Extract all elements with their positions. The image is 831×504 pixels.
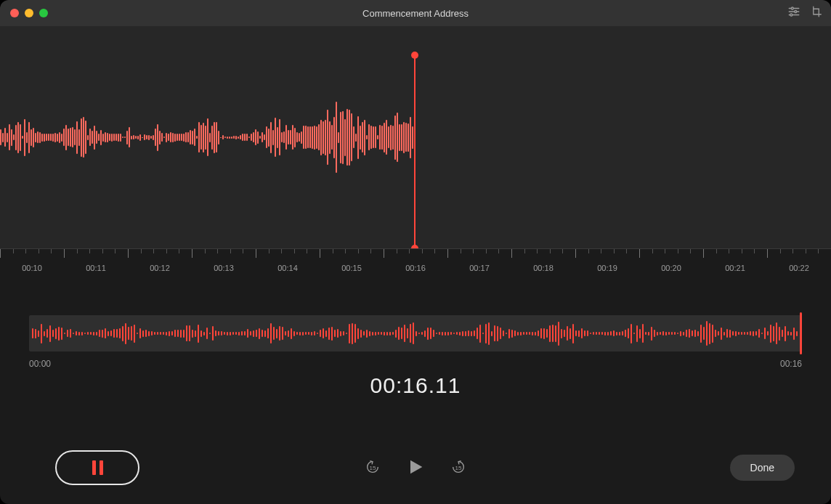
ruler-tick-label: 00:18 xyxy=(533,264,554,272)
overview-panel[interactable]: 00:00 00:16 xyxy=(29,315,802,351)
ruler-tick-label: 00:15 xyxy=(341,264,362,272)
ruler-tick-label: 00:11 xyxy=(86,264,106,272)
ruler-tick-label: 00:12 xyxy=(150,264,170,272)
pause-icon xyxy=(92,460,103,475)
ruler-tick-label: 00:14 xyxy=(277,264,298,272)
ruler-tick-label: 00:13 xyxy=(214,264,234,272)
waveform-panel[interactable] xyxy=(0,26,831,248)
window-zoom-button[interactable] xyxy=(39,9,48,17)
done-button[interactable]: Done xyxy=(730,455,795,481)
ruler-tick-label: 00:16 xyxy=(405,264,426,272)
svg-point-1 xyxy=(791,7,793,9)
settings-icon[interactable] xyxy=(787,5,800,21)
time-ruler: 00:1000:1100:1200:1300:1400:1500:1600:17… xyxy=(0,248,831,286)
ruler-tick-label: 00:21 xyxy=(725,264,745,272)
ruler-tick-label: 00:22 xyxy=(789,264,809,272)
svg-point-3 xyxy=(795,11,797,13)
ruler-tick-label: 00:17 xyxy=(469,264,490,272)
window-minimize-button[interactable] xyxy=(25,9,33,17)
app-window: Commencement Address 00:1000:1100:1200:1… xyxy=(0,0,831,504)
window-traffic-lights xyxy=(10,9,48,17)
play-button[interactable] xyxy=(405,457,426,479)
overview-start-time: 00:00 xyxy=(29,359,51,369)
ruler-tick-label: 00:10 xyxy=(22,264,42,272)
playhead[interactable] xyxy=(414,55,416,248)
overview-end-time: 00:16 xyxy=(780,359,802,369)
skip-back-15-button[interactable]: 15 xyxy=(365,459,381,477)
window-title: Commencement Address xyxy=(0,8,831,19)
transport-controls: 15 15 Done xyxy=(0,450,831,485)
skip-forward-15-button[interactable]: 15 xyxy=(450,459,466,477)
time-display: 00:16.11 xyxy=(0,373,831,398)
ruler-tick-label: 00:19 xyxy=(597,264,617,272)
svg-point-5 xyxy=(790,14,793,16)
titlebar: Commencement Address xyxy=(0,0,831,26)
window-close-button[interactable] xyxy=(10,9,19,17)
ruler-tick-label: 00:20 xyxy=(661,264,681,272)
trim-icon[interactable] xyxy=(811,5,824,21)
overview-playhead[interactable] xyxy=(800,312,802,354)
pause-record-button[interactable] xyxy=(55,450,139,485)
